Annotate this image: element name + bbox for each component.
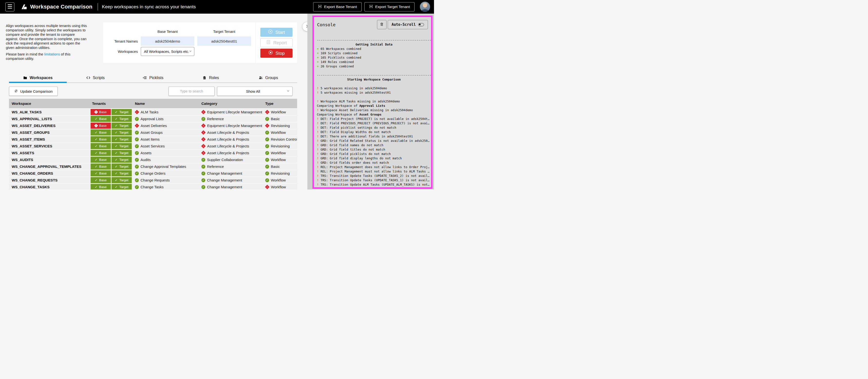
report-button[interactable]: Report (260, 38, 292, 47)
table-row[interactable]: WS_ASSET_SERVICES✓Base✓Target✓Asset Serv… (9, 143, 297, 149)
tab-picklists[interactable]: Picklists (124, 73, 182, 82)
intro-paragraph-1: Align workspaces across multiple tenants… (6, 24, 88, 50)
base-badge-label: Base (99, 165, 107, 168)
table-row[interactable]: WS_ASSET_ITEMS✓Base✓Target✓Asset Items!A… (9, 136, 297, 142)
check-icon: ✓ (115, 185, 118, 189)
base-tenant-badge: ✓Base (91, 170, 111, 176)
target-badge-label: Target (119, 165, 129, 168)
console-line-text: 5 workspaces missing in adsk2504demo (320, 87, 387, 90)
check-icon: ✓ (95, 172, 97, 175)
base-tenant-badge: ✓Base (91, 150, 111, 156)
vertical-scrollbar[interactable] (307, 13, 312, 190)
table-row[interactable]: WS_ASSETS✓Base✓Target✓Assets!Asset Lifec… (9, 150, 297, 156)
console-line: + 26 Groups combined (317, 64, 431, 69)
table-row[interactable]: WS_CHANGE_ORDERS✓Base✓Target✓Change Orde… (9, 170, 297, 176)
status-ok-icon: ✓ (202, 117, 205, 121)
export-target-tenant-button[interactable]: Export Target Tenant (364, 2, 414, 11)
console-line: ! 5 workspaces missing in adsk2504demo (317, 86, 431, 91)
export-base-tenant-button[interactable]: Export Base Tenant (313, 2, 362, 11)
table-row[interactable]: WS_ALM_TASKS!Base✓Target!ALM Tasks!Equip… (9, 109, 297, 115)
roles-icon (203, 76, 207, 80)
target-tenant-badge: ✓Target (112, 116, 132, 122)
console-log: ----------------------------------------… (317, 38, 431, 189)
intro-paragraph-2-pre: Please bare in mind the (6, 52, 44, 56)
warning-mark: ! (317, 183, 320, 186)
status-ok-icon: ✓ (265, 165, 269, 169)
console-line: Comparing Workspace of Approval Lists (317, 104, 431, 108)
start-button[interactable]: Start (260, 28, 292, 37)
workspace-type: Revisioning (271, 144, 290, 148)
table-row[interactable]: WS_CHANGE_APPROVAL_TEMPLATES✓Base✓Target… (9, 164, 297, 170)
workspace-category: Asset Lifecycle & Projects (207, 151, 249, 155)
play-icon (268, 29, 273, 35)
warning-mark: ! (317, 135, 320, 138)
console-line-text: TRS: Transition Update Tasks (UPDATE_TAS… (320, 174, 429, 178)
workspaces-icon (23, 76, 27, 80)
warning-mark: ! (317, 122, 320, 125)
status-ok-icon: ✓ (202, 185, 205, 189)
workspace-type: Workflow (271, 185, 286, 189)
status-error-icon: ! (265, 185, 269, 189)
console-line-text: TRS: Transition Update ALM Tasks (UPDATE… (320, 187, 429, 189)
workspace-type: Workflow (271, 151, 286, 155)
workspace-category: Change Management (207, 178, 242, 182)
check-icon: ✓ (115, 131, 118, 134)
workspace-category: Supplier Collaboration (207, 158, 243, 162)
tab-label: Groups (265, 76, 278, 80)
limitations-link[interactable]: limitations (44, 52, 60, 56)
base-tenant-badge: !Base (91, 123, 111, 129)
console-line-text: GRD: Grid field picklists do not match (320, 152, 391, 156)
console-line: ! TRS: Transition Update Tasks (UPDATE_T… (317, 178, 431, 182)
chevron-right-icon (305, 24, 308, 29)
base-badge-label: Base (99, 137, 107, 141)
workspace-category: Reference (207, 117, 224, 121)
target-badge-label: Target (119, 158, 129, 162)
table-row[interactable]: WS_CHANGE_TASKS✓Base✓Target✓Change Tasks… (9, 184, 297, 190)
base-tenant-badge: !Base (91, 109, 111, 115)
update-comparison-button[interactable]: Update Comparison (9, 87, 58, 96)
table-row[interactable]: WS_APPROVAL_LISTS✓Base✓Target✓Approval L… (9, 116, 297, 122)
trash-icon (380, 22, 384, 27)
warning-mark: ! (317, 87, 320, 90)
target-tenant-field[interactable]: adsk2504test01 (197, 36, 251, 46)
workspace-id: WS_ALM_TASKS (12, 110, 42, 114)
show-all-filter-select[interactable]: Show All (217, 87, 292, 96)
stop-button[interactable]: Stop (260, 49, 292, 58)
workspace-id: WS_CHANGE_APPROVAL_TEMPLATES (12, 165, 81, 169)
tab-roles[interactable]: Roles (182, 73, 240, 82)
base-tenant-field[interactable]: adsk2504demo (141, 36, 194, 46)
hamburger-icon (6, 2, 14, 11)
collapse-console-button[interactable] (303, 22, 307, 31)
base-tenant-badge: ✓Base (91, 129, 111, 136)
tab-scripts[interactable]: Scripts (67, 73, 124, 82)
table-row[interactable]: WS_ASSET_DELIVERIES!Base✓Target!Asset De… (9, 123, 297, 129)
check-icon: ✓ (115, 151, 118, 155)
auto-scroll-toggle-button[interactable]: Auto-Scroll (388, 20, 428, 29)
download-icon (318, 4, 322, 9)
warning-mark: ! (317, 178, 320, 182)
search-input[interactable] (168, 87, 215, 96)
workspaces-select[interactable]: All Workspaces, Scripts etc. (141, 47, 194, 56)
check-icon: ✓ (95, 165, 97, 168)
column-header-tenants: Tenants (90, 101, 133, 106)
workspace-id: WS_CHANGE_REQUESTS (12, 178, 58, 182)
status-error-icon: ! (265, 110, 269, 114)
tab-label: Picklists (149, 76, 163, 80)
target-tenant-column-header: Target Tenant (197, 28, 251, 35)
table-row[interactable]: WS_AUDITS✓Base✓Target✓Audits✓Supplier Co… (9, 157, 297, 163)
base-badge-label: Base (99, 172, 107, 175)
table-row[interactable]: WS_ASSET_GROUPS✓Base✓Target✓Asset Groups… (9, 129, 297, 136)
avatar[interactable] (420, 2, 430, 12)
console-separator: ----------------------------------------… (317, 38, 431, 42)
workspace-name: Asset Items (141, 137, 159, 141)
base-badge-label: Base (99, 185, 107, 189)
console-line-text: 149 Roles combined (320, 60, 353, 64)
table-row[interactable]: WS_CHANGE_REQUESTS✓Base✓Target✓Change Re… (9, 177, 297, 183)
warning-mark: ! (317, 91, 320, 94)
hamburger-menu-button[interactable] (5, 2, 14, 11)
workspace-category: Asset Lifecycle & Projects (207, 137, 249, 141)
tab-workspaces[interactable]: Workspaces (9, 73, 67, 82)
workspace-type: Revisioning (271, 124, 290, 128)
tab-groups[interactable]: Groups (239, 73, 297, 82)
clear-console-button[interactable] (377, 20, 386, 29)
